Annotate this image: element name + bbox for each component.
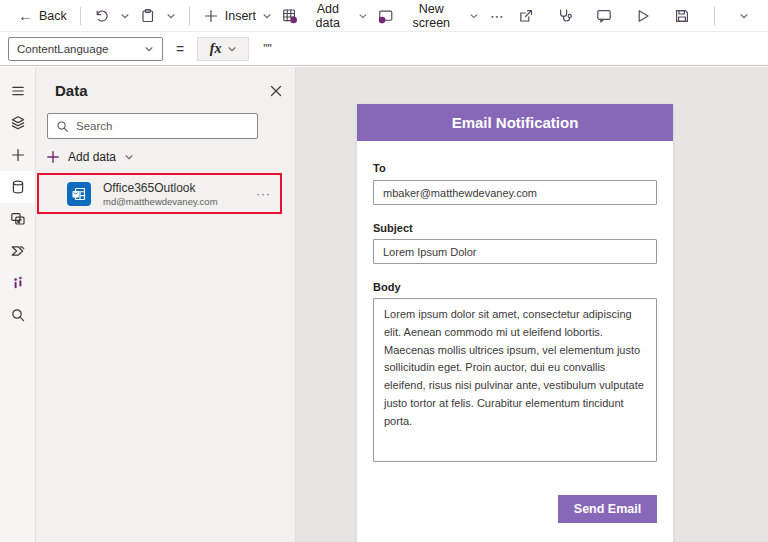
rail-menu-button[interactable] xyxy=(0,75,35,107)
chevron-down-icon xyxy=(120,11,130,21)
add-data-label: Add data xyxy=(304,2,353,30)
rail-advanced-tools-button[interactable] xyxy=(0,267,35,299)
back-arrow-icon: ← xyxy=(18,8,33,23)
back-label: Back xyxy=(39,9,67,23)
fx-icon: fx xyxy=(210,41,222,57)
plus-icon xyxy=(203,8,219,24)
formula-input[interactable]: "" xyxy=(263,42,272,56)
paste-button[interactable] xyxy=(135,4,161,28)
office365outlook-icon xyxy=(67,182,91,206)
property-selector[interactable]: ContentLanguage xyxy=(8,37,163,61)
rail-tree-view-button[interactable] xyxy=(0,107,35,139)
data-panel-title: Data xyxy=(55,82,88,99)
add-data-menu-button[interactable]: Add data xyxy=(46,150,295,164)
toolbar-divider xyxy=(80,7,81,25)
undo-icon xyxy=(94,8,110,24)
insert-plus-icon xyxy=(10,147,26,163)
power-automate-icon xyxy=(10,243,26,259)
chevron-down-icon xyxy=(227,44,237,54)
to-label: To xyxy=(373,162,657,174)
send-email-button[interactable]: Send Email xyxy=(558,495,657,523)
app-checker-button[interactable] xyxy=(550,4,580,28)
play-icon xyxy=(635,8,651,24)
chevron-down-icon xyxy=(469,11,479,21)
equals-sign: = xyxy=(176,41,184,57)
save-icon xyxy=(674,8,690,24)
chevron-down-icon xyxy=(262,11,272,21)
share-button[interactable] xyxy=(511,4,541,28)
fx-dropdown[interactable]: fx xyxy=(197,37,249,61)
toolbar-divider xyxy=(714,7,715,25)
toolbar-left-group: ← Back Insert xyxy=(13,0,511,34)
left-rail xyxy=(0,67,36,542)
add-data-button[interactable]: Add data xyxy=(277,0,373,34)
search-icon xyxy=(56,120,69,133)
body-label: Body xyxy=(373,281,657,293)
insert-label: Insert xyxy=(225,9,256,23)
data-search-input[interactable] xyxy=(76,120,249,132)
search-icon xyxy=(10,307,26,323)
rail-power-automate-button[interactable] xyxy=(0,235,35,267)
form-title: Email Notification xyxy=(452,114,579,131)
subject-input[interactable] xyxy=(373,239,657,264)
rail-media-button[interactable] xyxy=(0,203,35,235)
toolbar-right-group xyxy=(511,4,756,28)
connector-name: Office365Outlook xyxy=(103,181,218,195)
insert-button[interactable]: Insert xyxy=(198,4,277,28)
add-data-icon xyxy=(282,8,298,24)
property-name: ContentLanguage xyxy=(17,43,108,55)
new-screen-label: New screen xyxy=(399,2,463,30)
undo-button[interactable] xyxy=(89,4,115,28)
data-icon xyxy=(10,179,26,195)
chevron-down-icon xyxy=(166,11,176,21)
tree-view-icon xyxy=(10,115,26,131)
comment-icon xyxy=(596,8,612,24)
share-icon xyxy=(518,8,534,24)
subject-label: Subject xyxy=(373,222,657,234)
plus-icon xyxy=(46,150,60,164)
connector-account: md@matthewdevaney.com xyxy=(103,196,218,207)
data-panel-header: Data xyxy=(36,67,295,99)
preview-button[interactable] xyxy=(628,4,658,28)
rail-insert-button[interactable] xyxy=(0,139,35,171)
undo-dropdown-button[interactable] xyxy=(115,7,135,25)
advanced-tools-icon xyxy=(10,275,26,291)
form-header[interactable]: Email Notification xyxy=(357,104,673,141)
toolbar-overflow-button[interactable]: ⋯ xyxy=(484,8,511,24)
comments-button[interactable] xyxy=(589,4,619,28)
data-panel: Data Add data xyxy=(36,67,296,542)
new-screen-icon xyxy=(378,8,394,24)
clipboard-icon xyxy=(140,8,156,24)
paste-dropdown-button[interactable] xyxy=(161,7,181,25)
formula-bar: ContentLanguage = fx "" xyxy=(0,32,768,66)
close-icon[interactable] xyxy=(269,84,283,98)
chevron-down-icon xyxy=(739,11,749,21)
body-textarea[interactable]: Lorem ipsum dolor sit amet, consectetur … xyxy=(373,298,657,462)
email-form-screen[interactable]: Email Notification To Subject Body Lorem… xyxy=(357,104,673,542)
new-screen-button[interactable]: New screen xyxy=(373,0,484,34)
menu-icon xyxy=(10,83,26,99)
chevron-down-icon xyxy=(358,11,368,21)
back-button[interactable]: ← Back xyxy=(13,4,72,27)
form-body: To Subject Body Lorem ipsum dolor sit am… xyxy=(357,162,673,523)
rail-search-button[interactable] xyxy=(0,299,35,331)
chevron-down-icon xyxy=(144,44,154,54)
connector-text: Office365Outlook md@matthewdevaney.com xyxy=(103,181,218,207)
app-canvas[interactable]: Email Notification To Subject Body Lorem… xyxy=(296,67,768,542)
save-dropdown-button[interactable] xyxy=(732,7,756,25)
toolbar-divider xyxy=(189,7,190,25)
chevron-down-icon xyxy=(124,152,134,162)
data-search-box xyxy=(47,113,258,139)
content-area: Data Add data xyxy=(0,67,768,542)
media-icon xyxy=(10,211,26,227)
top-toolbar: ← Back Insert xyxy=(0,0,768,32)
to-input[interactable] xyxy=(373,180,657,205)
connector-more-button[interactable]: ··· xyxy=(256,187,271,201)
save-button[interactable] xyxy=(667,4,697,28)
app-checker-icon xyxy=(557,8,573,24)
rail-data-button[interactable] xyxy=(0,171,35,203)
office365outlook-connector-row[interactable]: Office365Outlook md@matthewdevaney.com ·… xyxy=(37,173,282,214)
add-data-label: Add data xyxy=(68,150,116,164)
button-row: Send Email xyxy=(373,495,657,523)
